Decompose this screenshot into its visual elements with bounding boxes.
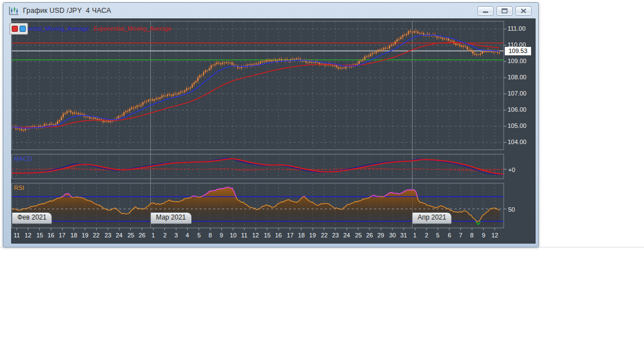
chart-content-area[interactable]	[11, 18, 536, 244]
candlestick-chart-icon	[9, 6, 19, 15]
close-icon	[520, 8, 527, 13]
maximize-icon	[501, 8, 508, 13]
close-button[interactable]	[515, 6, 532, 16]
window-controls	[477, 6, 532, 16]
maximize-button[interactable]	[496, 6, 513, 16]
desktop-background: График USD /JPY 4 ЧАСА Exponential_Movin…	[0, 0, 644, 362]
window-titlebar[interactable]: График USD /JPY 4 ЧАСА	[3, 3, 538, 18]
minimize-icon	[482, 8, 489, 13]
chart-window: График USD /JPY 4 ЧАСА	[3, 2, 539, 247]
window-title: График USD /JPY 4 ЧАСА	[23, 7, 111, 15]
minimize-button[interactable]	[477, 6, 494, 16]
